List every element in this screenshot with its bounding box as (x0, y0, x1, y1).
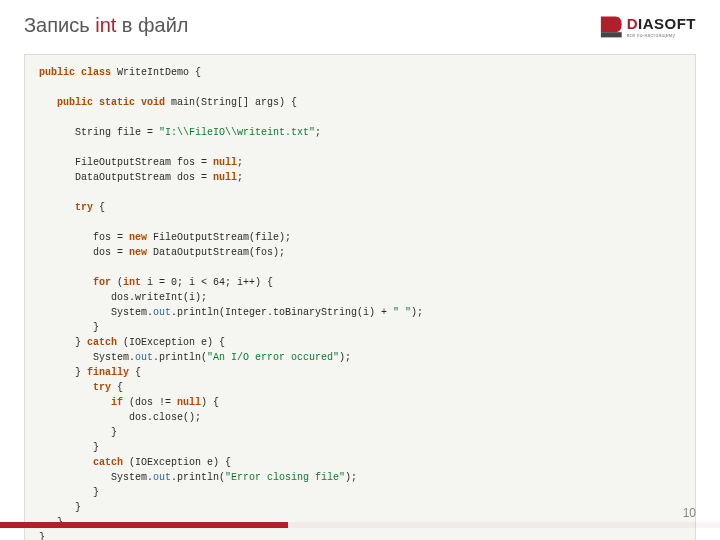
brand-text: DIASOFT всё по-настоящему (627, 16, 696, 38)
brand-name: DIASOFT (627, 16, 696, 31)
diasoft-logo-icon (597, 14, 623, 40)
title-pre: Запись (24, 14, 95, 36)
footer-bar-dark (0, 522, 288, 528)
slide-header: Запись int в файл DIASOFT всё по-настоящ… (0, 0, 720, 48)
code-snippet: public class WriteIntDemo { public stati… (24, 54, 696, 540)
title-keyword: int (95, 14, 116, 36)
title-post: в файл (116, 14, 188, 36)
brand-tagline: всё по-настоящему (627, 33, 696, 38)
slide-title: Запись int в файл (24, 14, 188, 37)
footer (0, 512, 720, 540)
brand-logo: DIASOFT всё по-настоящему (597, 14, 696, 40)
